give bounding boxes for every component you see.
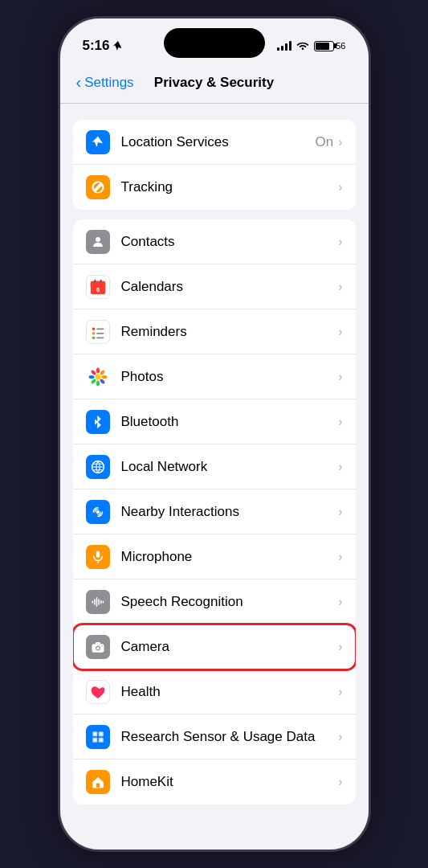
nav-bar: ‹ Settings Privacy & Security <box>60 62 369 104</box>
location-indicator-icon <box>113 41 123 51</box>
reminders-label: Reminders <box>121 324 339 340</box>
svg-text:6: 6 <box>96 286 99 293</box>
svg-rect-44 <box>96 784 100 788</box>
svg-point-23 <box>96 510 100 514</box>
chevron-icon: › <box>338 135 342 149</box>
chevron-icon: › <box>338 235 342 249</box>
camera-label: Camera <box>121 639 339 655</box>
section-data-access: Contacts › 6 Calendars › <box>73 219 356 805</box>
status-time: 5:16 <box>83 38 123 54</box>
svg-rect-29 <box>98 599 100 605</box>
location-services-label: Location Services <box>121 134 316 150</box>
chevron-icon: › <box>338 775 342 789</box>
microphone-icon-wrap <box>86 545 110 569</box>
svg-point-13 <box>95 374 100 379</box>
battery-icon: 56 <box>314 41 345 51</box>
bluetooth-icon-wrap <box>86 410 110 434</box>
list-item-photos[interactable]: Photos › <box>73 354 356 399</box>
svg-point-18 <box>90 369 96 375</box>
list-item-tracking[interactable]: Tracking › <box>73 165 356 210</box>
list-item-health[interactable]: Health › <box>73 669 356 714</box>
chevron-icon: › <box>338 685 342 699</box>
svg-point-19 <box>99 378 105 384</box>
contacts-label: Contacts <box>121 234 339 250</box>
svg-point-16 <box>88 375 94 379</box>
svg-point-17 <box>101 375 107 379</box>
svg-point-14 <box>96 367 100 373</box>
svg-rect-40 <box>93 732 96 735</box>
list-item-homekit[interactable]: HomeKit › <box>73 760 356 805</box>
list-item-camera[interactable]: Camera › <box>73 624 356 669</box>
camera-icon-wrap <box>86 635 110 659</box>
chevron-icon: › <box>338 505 342 519</box>
chevron-icon: › <box>338 550 342 564</box>
research-sensor-label: Research Sensor & Usage Data <box>121 729 339 745</box>
calendar-icon: 6 <box>89 278 107 296</box>
tracking-icon <box>91 180 105 194</box>
speech-recognition-label: Speech Recognition <box>121 594 339 610</box>
svg-point-15 <box>96 380 100 386</box>
svg-point-8 <box>92 332 95 335</box>
camera-icon <box>91 640 105 654</box>
svg-point-0 <box>96 237 100 242</box>
research-icon <box>91 730 105 744</box>
nearby-interactions-label: Nearby Interactions <box>121 504 339 520</box>
chevron-icon: › <box>338 415 342 429</box>
chevron-icon: › <box>338 595 342 609</box>
tracking-label: Tracking <box>121 179 339 195</box>
health-label: Health <box>121 684 339 700</box>
health-heart-icon <box>90 684 106 700</box>
bluetooth-icon <box>91 415 105 429</box>
photos-icon-wrap <box>86 365 110 389</box>
list-item-speech-recognition[interactable]: Speech Recognition › <box>73 579 356 624</box>
chevron-icon: › <box>338 640 342 654</box>
svg-point-35 <box>101 645 103 646</box>
battery-percent: 56 <box>336 41 345 51</box>
location-services-value: On <box>315 134 333 150</box>
list-item-contacts[interactable]: Contacts › <box>73 219 356 264</box>
svg-rect-27 <box>94 599 96 605</box>
nearby-interactions-icon-wrap <box>86 500 110 524</box>
svg-point-21 <box>90 378 96 384</box>
svg-rect-31 <box>102 600 104 603</box>
list-item-reminders[interactable]: Reminders › <box>73 309 356 354</box>
chevron-icon: › <box>338 325 342 339</box>
svg-rect-10 <box>96 328 104 330</box>
calendars-label: Calendars <box>121 279 339 295</box>
list-item-location-services[interactable]: Location Services On › <box>73 120 356 165</box>
reminders-icon-wrap <box>86 320 110 344</box>
svg-rect-42 <box>93 739 96 741</box>
tracking-icon-wrap <box>86 175 110 199</box>
bluetooth-label: Bluetooth <box>121 414 339 430</box>
chevron-icon: › <box>338 730 342 744</box>
svg-rect-41 <box>100 732 102 735</box>
svg-rect-28 <box>96 597 97 607</box>
svg-rect-11 <box>96 332 104 334</box>
content-area: Location Services On › Tracking › <box>60 104 369 852</box>
wifi-icon <box>296 39 309 52</box>
reminders-icon <box>89 323 107 341</box>
svg-rect-6 <box>100 279 101 282</box>
home-icon <box>91 775 105 789</box>
list-item-calendars[interactable]: 6 Calendars › <box>73 264 356 309</box>
list-item-research-sensor[interactable]: Research Sensor & Usage Data › <box>73 714 356 760</box>
chevron-icon: › <box>338 370 342 384</box>
research-sensor-icon-wrap <box>86 725 110 749</box>
photos-icon <box>87 366 109 388</box>
list-item-nearby-interactions[interactable]: Nearby Interactions › <box>73 489 356 534</box>
location-arrow-icon <box>91 135 105 149</box>
signal-bars-icon <box>277 41 291 51</box>
status-bar: 5:16 <box>60 18 369 62</box>
list-item-local-network[interactable]: Local Network › <box>73 444 356 489</box>
section-location-tracking: Location Services On › Tracking › <box>73 120 356 210</box>
svg-rect-5 <box>94 279 96 282</box>
microphone-icon <box>91 550 105 564</box>
back-button[interactable]: ‹ Settings <box>76 73 134 92</box>
battery-level <box>316 43 329 50</box>
speech-recognition-icon-wrap <box>86 590 110 614</box>
dynamic-island <box>164 28 265 58</box>
list-item-microphone[interactable]: Microphone › <box>73 534 356 579</box>
list-item-bluetooth[interactable]: Bluetooth › <box>73 399 356 444</box>
contacts-icon-wrap <box>86 230 110 254</box>
status-icons: 56 <box>277 39 345 52</box>
